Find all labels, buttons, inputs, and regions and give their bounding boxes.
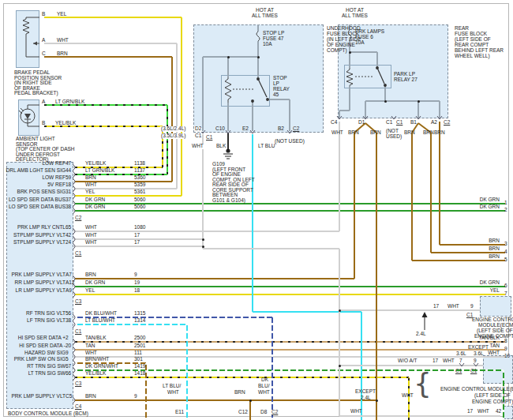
bcm-row-label: STPLMP SUPPLY VLT xyxy=(3,233,66,238)
ecm-label: 17 xyxy=(432,358,438,364)
bcm-wire-color: LT GRN/BLK xyxy=(85,168,114,174)
relay-blade-icon xyxy=(252,78,269,103)
ambient_sensor-label: A xyxy=(42,99,45,105)
bcm-row-label: LOW REF xyxy=(3,161,66,167)
underhood_fuse_block-label: 45 xyxy=(273,92,279,98)
rear_fuse_block-label: C1 xyxy=(396,120,403,126)
connector-pin-icon xyxy=(459,363,464,366)
bcm-connector-label: C3 xyxy=(75,299,81,305)
rear_fuse_block-label: BRN xyxy=(434,130,445,136)
rear_fuse_block-label: RELAY 27 xyxy=(394,77,418,83)
connector-pin-icon xyxy=(337,116,342,119)
edge-wire-number: 4 xyxy=(504,249,507,255)
bcm-connector-label: C1 xyxy=(75,251,81,257)
bcm-row-label: LOW REF xyxy=(3,175,66,181)
bottom_connector-label: BLU/ xyxy=(258,384,269,389)
bcm-pin-number: 37 xyxy=(66,197,71,203)
bcm-wire-color: DK BLU/WHT xyxy=(85,311,117,317)
bcm-row-label: HI SPD SER DATA - xyxy=(3,343,66,349)
bcm-row-label: LR LMP SUPPLY VLT xyxy=(3,288,66,294)
bcm-pin-number: 56 xyxy=(66,311,71,317)
rear_fuse_block-label: C4 xyxy=(331,120,337,126)
bcm-pin-number: 5 xyxy=(66,357,69,362)
bcm-row-label: RF TRN SIG VLT xyxy=(3,311,66,317)
ground-icon xyxy=(223,149,233,159)
ambient_sensor-label: YEL/BLK xyxy=(55,121,76,126)
underhood_fuse_block-label: C1 xyxy=(206,135,212,141)
edge-wire-number: 5 xyxy=(504,257,507,263)
bcm-wire-color: YEL xyxy=(85,288,95,294)
bcm-pin-number: 38 xyxy=(66,204,71,210)
ecm-label: 2.4L xyxy=(416,332,426,337)
bcm-wire-color: WHT xyxy=(85,182,97,188)
bcm-row-label: PRK LMP SW ON SIG xyxy=(3,357,66,362)
bcm-row-label: DRL AMB LGHT SEN SIG xyxy=(3,168,66,174)
underhood_fuse_block-label: BLK xyxy=(216,144,226,149)
connector-pin-icon xyxy=(287,130,292,133)
bcm-pin-number: 18 xyxy=(66,182,71,188)
bcm-connector-label: C4 xyxy=(75,404,81,410)
bcm-pin-bracket xyxy=(73,347,75,353)
rear_fuse_block-label: BRN xyxy=(404,130,415,136)
bcm-row-label: PRK LMP SUPPLY VLT xyxy=(3,394,66,399)
bottom_connector-label: LT BLU/ xyxy=(163,384,181,389)
ecm-label: 42 xyxy=(496,409,501,414)
bcm-wire-color: YEL/BLK xyxy=(85,161,106,167)
underhood_fuse_block-label: (3.6L/2.4L) xyxy=(160,126,186,132)
rear_fuse_block-caption-line: WHEEL WELL) xyxy=(455,54,490,59)
bcm-pin-number: 9 xyxy=(66,351,69,356)
rear_fuse_block-label: D1 xyxy=(358,120,365,126)
bcm-circuit-number: 111 xyxy=(134,351,142,356)
ecm-label: WHT xyxy=(443,358,455,364)
bottom_connector-label: C12 xyxy=(238,410,249,415)
edge-wire-number: 1 xyxy=(504,201,507,206)
bcm-row-label: LO SPD SER DATA BUS xyxy=(3,197,66,203)
bcm-wire-color: DK GRN xyxy=(85,204,105,210)
photodiode-icon xyxy=(19,105,39,126)
bcm-pin-number: C5 xyxy=(66,394,72,399)
ecm-label: (LEFT SIDE OF xyxy=(474,393,511,399)
bcm-circuit-number: 5060 xyxy=(134,204,145,210)
bcm-pin-number: 47 xyxy=(66,161,71,167)
underhood_fuse_block-label: C1 xyxy=(194,133,202,139)
variant-arrow-icon xyxy=(422,312,428,330)
connector-pin-icon xyxy=(226,130,230,133)
bottom_connector-label: BRN xyxy=(234,390,245,396)
bottom_connector-label: E11 xyxy=(174,410,185,415)
bcm-pin-bracket xyxy=(73,228,75,234)
rear_fuse_block-label: ALL TIMES xyxy=(342,13,368,19)
ecm-label: 17 xyxy=(467,409,473,414)
edge-wire-number: 6 xyxy=(504,283,507,289)
bcm-caption: BODY CONTROL MODULE (BCM) xyxy=(8,411,88,417)
bcm-pin-bracket xyxy=(73,178,75,185)
ambient_sensor-label: LT GRN/BLK xyxy=(55,99,84,105)
underhood_fuse_block-label: (NOT USED) xyxy=(275,139,305,144)
bcm-circuit-number: 1137 xyxy=(134,168,145,174)
relay-blade-icon xyxy=(376,67,387,87)
bcm-pin-number: 31 xyxy=(66,189,71,195)
bcm-row-label: BRK POS SENS SIG xyxy=(3,189,66,195)
bottom_connector-label: DK xyxy=(261,377,268,383)
bcm-pin-bracket xyxy=(73,164,75,171)
bcm-wire-color: YEL xyxy=(85,189,95,195)
ecm-label: WHT xyxy=(447,304,459,309)
ecm-label: W/O A/T xyxy=(398,358,418,364)
bcm-wire-color: DK GRN xyxy=(85,197,105,203)
ambient_sensor-label: B xyxy=(42,121,45,126)
bcm-wire-color: DK GRN/WHT xyxy=(85,364,118,369)
underhood_fuse_block-label: ALL TIMES xyxy=(252,13,278,19)
relay-coil-icon xyxy=(225,77,254,103)
bcm-wire-color: YEL/BLK xyxy=(85,371,106,377)
brake_sensor-label: WHT xyxy=(57,38,69,43)
underhood_fuse_block-label: D2 xyxy=(194,126,202,132)
bcm-row-label: HI SPD SER DATA + xyxy=(3,336,66,341)
bcm-pin-bracket xyxy=(73,291,75,298)
bcm-wire-color: WHT xyxy=(85,240,97,246)
connector-pin-icon xyxy=(474,363,478,366)
rear_fuse_block-label: C1 xyxy=(386,120,392,126)
underhood_fuse_block-label: WHT xyxy=(191,144,204,149)
edge-wire-color: DK GRN xyxy=(436,204,500,210)
bcm-pin-bracket xyxy=(73,321,75,328)
bcm-pin-number: 38 xyxy=(66,318,71,324)
bcm-pin-number: A9 xyxy=(66,288,72,294)
